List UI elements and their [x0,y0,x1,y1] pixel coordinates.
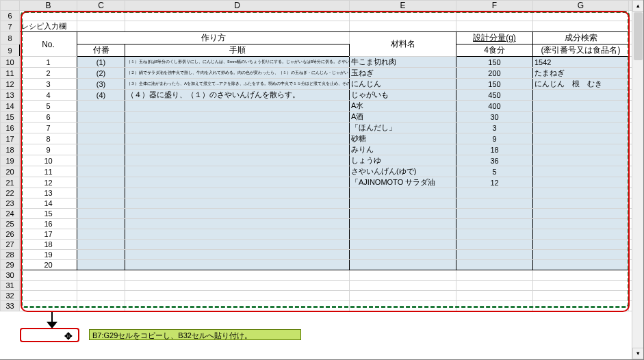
cell-zairyo[interactable] [350,229,456,240]
hdr-sekkei[interactable]: 設計分量(g) [456,32,533,44]
cell-fuban[interactable]: (4) [77,90,125,101]
cell[interactable] [533,21,629,32]
cell-sekkei[interactable]: 9 [456,133,533,144]
cell-sekkei[interactable]: 3 [456,123,533,133]
cell-tejun[interactable] [125,144,350,155]
cell[interactable] [125,291,350,301]
cell-zairyo[interactable]: さやいんげん(ゆで) [350,166,456,177]
cell-tejun[interactable] [125,219,350,229]
cell-tejun[interactable] [125,112,350,123]
cell[interactable] [77,270,125,281]
scroll-down-button[interactable]: ▾ [632,348,644,359]
cell-sekkei[interactable] [456,229,533,240]
cell-zairyo[interactable]: 玉ねぎ [350,68,456,79]
cell-tejun[interactable] [125,133,350,144]
cell-seibun[interactable] [533,155,629,166]
row-header[interactable]: 19 [1,155,20,166]
cell-seibun[interactable] [533,219,629,229]
col-header-F[interactable]: F [456,1,533,11]
row-header[interactable]: 13 [1,90,20,101]
cell-tejun[interactable]: （２）鍋でサラダ油を強中火で熱し、牛肉を入れて炒める。肉の色が変わったら、（１）… [125,68,350,79]
cell-sekkei[interactable] [456,209,533,219]
col-header-E[interactable]: E [350,1,456,11]
cell-tejun[interactable] [125,209,350,219]
cell-no[interactable]: 2 [20,68,77,79]
cell-sekkei[interactable]: 30 [456,112,533,123]
cell-tejun[interactable] [125,198,350,209]
cell-no[interactable]: 15 [20,209,77,219]
cell[interactable] [533,301,629,311]
row-header[interactable]: 27 [1,240,20,250]
cell[interactable] [77,281,125,291]
cell-seibun[interactable] [533,188,629,198]
cell-fuban[interactable] [77,155,125,166]
cell-seibun[interactable]: たまねぎ [533,68,629,79]
cell-fuban[interactable] [77,188,125,198]
cell-sekkei[interactable] [456,260,533,270]
col-header-B[interactable]: B [20,1,77,11]
cell-zairyo[interactable] [350,219,456,229]
scroll-up-button[interactable]: ▴ [632,0,644,12]
cell[interactable] [533,270,629,281]
cell[interactable] [77,11,125,21]
cell[interactable] [533,281,629,291]
cell[interactable] [20,270,77,281]
cell[interactable] [456,281,533,291]
row-header[interactable]: 30 [1,270,20,281]
hdr-zairyo[interactable]: 材料名 [350,32,456,57]
cell-seibun[interactable]: 1542 [533,57,629,68]
cell-zairyo[interactable]: A酒 [350,112,456,123]
cell-tejun[interactable] [125,123,350,133]
cell-sekkei[interactable]: 18 [456,144,533,155]
cell-seibun[interactable] [533,90,629,101]
cell-zairyo[interactable]: 「AJINOMOTO サラダ油 [350,177,456,188]
cell-zairyo[interactable] [350,250,456,260]
row-header[interactable]: 16 [1,123,20,133]
cell-fuban[interactable] [77,144,125,155]
cell-zairyo[interactable]: みりん [350,144,456,155]
row-header[interactable]: 6 [1,11,20,21]
cell[interactable] [456,11,533,21]
cell-no[interactable]: 7 [20,123,77,133]
cell-fuban[interactable] [77,250,125,260]
cell[interactable] [125,301,350,311]
cell-no[interactable]: 17 [20,229,77,240]
cell-seibun[interactable] [533,260,629,270]
cell-zairyo[interactable] [350,188,456,198]
cell-seibun[interactable] [533,101,629,112]
cell-zairyo[interactable]: A水 [350,101,456,112]
cell-no[interactable]: 10 [20,155,77,166]
cell-fuban[interactable] [77,177,125,188]
cell[interactable] [20,301,77,311]
cell-seibun[interactable] [533,240,629,250]
cell[interactable] [456,21,533,32]
vertical-scrollbar[interactable]: ▴ ▾ [632,0,643,359]
cell[interactable] [125,270,350,281]
cell[interactable] [20,281,77,291]
cell-sekkei[interactable]: 400 [456,101,533,112]
row-header[interactable]: 7 [1,21,20,32]
cell-seibun[interactable] [533,123,629,133]
row-header[interactable]: 26 [1,229,20,240]
cell-zairyo[interactable]: しょうゆ [350,155,456,166]
cell-seibun[interactable] [533,229,629,240]
cell[interactable] [456,301,533,311]
cell-fuban[interactable] [77,260,125,270]
cell-no[interactable]: 13 [20,188,77,198]
hdr-tejun[interactable]: 手順 [125,44,350,57]
col-header-C[interactable]: C [77,1,125,11]
recipe-input-title[interactable]: レシピ入力欄 [20,21,77,32]
cell-fuban[interactable] [77,112,125,123]
cell-tejun[interactable] [125,101,350,112]
cell-no[interactable]: 11 [20,166,77,177]
cell-sekkei[interactable]: 450 [456,90,533,101]
cell-tejun[interactable] [125,250,350,260]
cell-seibun[interactable] [533,177,629,188]
cell[interactable] [350,291,456,301]
cell[interactable] [533,291,629,301]
cell-no[interactable]: 4 [20,90,77,101]
cell[interactable] [350,281,456,291]
cell-tejun[interactable]: （３）全体に油がまわったら、Aを加えて煮立て...アクを除き、ふたをする。弱めの… [125,79,350,90]
row-header[interactable]: 10 [1,57,20,68]
row-header[interactable]: 14 [1,101,20,112]
